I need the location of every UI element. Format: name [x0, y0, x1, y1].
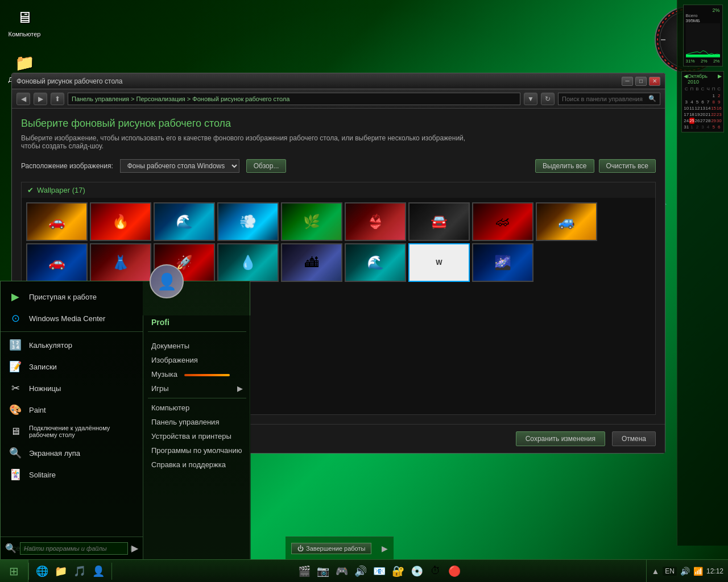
- cal-day[interactable]: 20: [700, 111, 706, 118]
- location-select[interactable]: Фоны рабочего стола Windows Мои рисунки …: [120, 159, 239, 173]
- wallpaper-thumb-9[interactable]: 🚙: [536, 202, 597, 241]
- cal-day[interactable]: [684, 93, 689, 99]
- save-button[interactable]: Сохранить изменения: [516, 431, 605, 446]
- start-right-documents[interactable]: Документы: [143, 339, 251, 353]
- start-button[interactable]: ⊞: [0, 560, 28, 583]
- cal-day[interactable]: 21: [705, 111, 711, 118]
- cal-day[interactable]: 2: [716, 93, 722, 99]
- cal-day[interactable]: 13: [700, 105, 706, 111]
- start-right-default-programs[interactable]: Программы по умолчанию: [143, 443, 251, 458]
- user-avatar[interactable]: 👤: [150, 264, 184, 298]
- wallpaper-thumb-7[interactable]: 🚘: [408, 202, 470, 241]
- browse-button[interactable]: Обзор...: [246, 159, 287, 173]
- address-path[interactable]: Панель управления > Персонализация > Фон…: [68, 93, 520, 105]
- cal-day[interactable]: 31: [684, 124, 689, 130]
- cal-day[interactable]: 26: [694, 118, 700, 124]
- forward-button[interactable]: ▶: [34, 93, 47, 105]
- cal-day[interactable]: 1: [689, 124, 695, 130]
- taskbar-media-icon-8[interactable]: ⏱: [427, 563, 444, 580]
- wallpaper-thumb-5[interactable]: 🌿: [281, 202, 342, 241]
- taskbar-ie-icon[interactable]: 🌐: [34, 563, 51, 580]
- start-item-paint[interactable]: 🎨 Paint: [1, 399, 143, 421]
- cal-day[interactable]: 6: [700, 99, 706, 105]
- taskbar-media-icon-5[interactable]: 📧: [371, 563, 388, 580]
- cal-day[interactable]: [705, 93, 711, 99]
- minimize-button[interactable]: ─: [622, 77, 633, 86]
- cal-day[interactable]: 22: [711, 111, 717, 118]
- start-right-images[interactable]: Изображения: [143, 353, 251, 367]
- taskbar-media-icon-6[interactable]: 🔐: [390, 563, 407, 580]
- shutdown-button[interactable]: ⏻ Завершение работы: [291, 543, 371, 554]
- cal-day-today[interactable]: 25: [689, 118, 695, 124]
- taskbar-media-icon-4[interactable]: 🔊: [352, 563, 369, 580]
- cal-day[interactable]: 12: [694, 105, 700, 111]
- cal-day[interactable]: 5: [711, 124, 717, 130]
- start-item-calc[interactable]: 🔢 Калькулятор: [1, 334, 143, 356]
- cal-day[interactable]: [689, 93, 695, 99]
- cal-day[interactable]: 30: [716, 118, 722, 124]
- close-button[interactable]: ✕: [649, 77, 660, 86]
- taskbar-media-icon-9[interactable]: 🔴: [446, 563, 463, 580]
- start-right-games[interactable]: Игры ▶: [143, 381, 251, 396]
- cal-day[interactable]: 7: [705, 99, 711, 105]
- cal-day[interactable]: 3: [684, 99, 689, 105]
- cal-day[interactable]: 10: [684, 105, 689, 111]
- select-all-button[interactable]: Выделить все: [535, 159, 594, 173]
- wallpaper-thumb-10[interactable]: 🚗: [26, 243, 88, 282]
- tray-time[interactable]: 12:12: [706, 567, 723, 575]
- up-button[interactable]: ⬆: [51, 93, 64, 105]
- cal-day[interactable]: 17: [684, 111, 689, 118]
- search-box[interactable]: Поиск в панели управления 🔍: [558, 93, 660, 105]
- start-item-wmc[interactable]: ⊙ Windows Media Center: [1, 307, 143, 329]
- start-item-scissors[interactable]: ✂ Ножницы: [1, 377, 143, 399]
- back-button[interactable]: ◀: [16, 93, 30, 105]
- cancel-button[interactable]: Отмена: [612, 431, 656, 446]
- start-search-submit-icon[interactable]: ▶: [131, 543, 138, 554]
- taskbar-media-icon-3[interactable]: 🎮: [333, 563, 350, 580]
- wallpaper-thumb-8[interactable]: 🏎: [472, 202, 533, 241]
- start-item-rdp[interactable]: 🖥 Подключение к удалённому рабочему стол…: [1, 421, 143, 442]
- wallpaper-thumb-13[interactable]: 💧: [217, 243, 279, 282]
- cal-day[interactable]: 3: [700, 124, 706, 130]
- start-right-help[interactable]: Справка и поддержка: [143, 458, 251, 472]
- taskbar-media-icon-2[interactable]: 📷: [315, 563, 332, 580]
- start-item-sticky[interactable]: 📝 Записки: [1, 356, 143, 377]
- wallpaper-thumb-1[interactable]: 🚗: [26, 202, 88, 241]
- shutdown-arrow[interactable]: ▶: [382, 544, 388, 553]
- wallpaper-thumb-14[interactable]: 🏙: [281, 243, 342, 282]
- cal-day[interactable]: 4: [689, 99, 695, 105]
- cal-day[interactable]: 4: [705, 124, 711, 130]
- start-right-computer[interactable]: Компьютер: [143, 401, 251, 415]
- cal-prev-btn[interactable]: ◀: [684, 73, 688, 85]
- wallpaper-thumb-2[interactable]: 🔥: [90, 202, 151, 241]
- start-item-solitaire[interactable]: 🃏 Solitaire: [1, 464, 143, 485]
- maximize-button[interactable]: □: [635, 77, 647, 86]
- wallpaper-thumb-11[interactable]: 👗: [90, 243, 151, 282]
- wallpaper-thumb-15[interactable]: 🌊: [345, 243, 406, 282]
- cal-day[interactable]: [700, 93, 706, 99]
- cal-day[interactable]: 2: [694, 124, 700, 130]
- cal-day[interactable]: 24: [684, 118, 689, 124]
- taskbar-media-icon-1[interactable]: 🎬: [296, 563, 313, 580]
- tray-volume-icon[interactable]: 🔊: [680, 567, 690, 576]
- lang-indicator[interactable]: EN: [663, 567, 677, 576]
- taskbar-user-icon[interactable]: 👤: [90, 563, 107, 580]
- cal-day[interactable]: 16: [716, 105, 722, 111]
- start-right-music[interactable]: Музыка: [143, 367, 251, 381]
- cal-day[interactable]: 15: [711, 105, 717, 111]
- wallpaper-thumb-4[interactable]: 💨: [217, 202, 279, 241]
- wallpaper-thumb-17[interactable]: 🌌: [472, 243, 533, 282]
- cal-day[interactable]: 8: [711, 99, 717, 105]
- cal-day[interactable]: 28: [705, 118, 711, 124]
- taskbar-folder-icon[interactable]: 📁: [52, 563, 69, 580]
- wallpaper-thumb-16[interactable]: W: [408, 243, 470, 282]
- cal-day[interactable]: 19: [694, 111, 700, 118]
- tray-arrow-icon[interactable]: ▲: [651, 567, 659, 576]
- start-right-devices[interactable]: Устройства и принтеры: [143, 429, 251, 443]
- cal-day[interactable]: [694, 93, 700, 99]
- cal-day[interactable]: 9: [716, 99, 722, 105]
- clear-all-button[interactable]: Очистить все: [599, 159, 656, 173]
- cal-day[interactable]: 6: [716, 124, 722, 130]
- tray-network-icon[interactable]: 📶: [693, 567, 703, 576]
- start-item-getting-started[interactable]: ▶ Приступая к работе: [1, 286, 143, 307]
